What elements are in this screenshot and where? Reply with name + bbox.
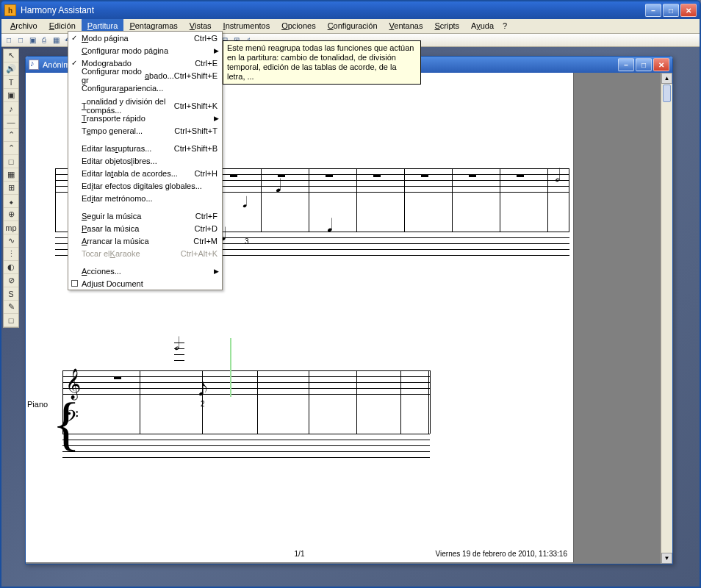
menu-ventanas[interactable]: Ventanas bbox=[384, 19, 429, 33]
vertical-scrollbar[interactable]: ▲ ▼ bbox=[661, 73, 672, 564]
toolbar-button-2[interactable]: ▣ bbox=[26, 35, 38, 46]
titlebar[interactable]: h Harmony Assistant – □ ✕ bbox=[1, 1, 700, 19]
menuitem-pasar-la-m-sica[interactable]: Pasar la músicaCtrl+D bbox=[68, 222, 222, 234]
treble-staff-2 bbox=[62, 370, 430, 394]
palette-button-15[interactable]: ⋮ bbox=[4, 248, 18, 261]
palette-button-2[interactable]: T bbox=[4, 76, 18, 89]
tool-palette: ↖🔊T▣♪—⌃⌃□▦⊞⬥⊕mp∿⋮◐⊘S✎□ bbox=[3, 49, 19, 328]
menuitem-configurar-apariencia[interactable]: Configurar apariencia... bbox=[68, 82, 222, 94]
menu-separator bbox=[70, 139, 220, 140]
tuplet-number: 2 bbox=[201, 400, 205, 408]
palette-button-16[interactable]: ◐ bbox=[4, 261, 18, 274]
music-doc-icon bbox=[29, 60, 39, 70]
playback-cursor bbox=[230, 338, 231, 397]
menuitem-editar-efectos-digitales-globales[interactable]: Editar efectos digitales globales... bbox=[68, 179, 222, 192]
rest-icon bbox=[469, 174, 476, 177]
palette-button-12[interactable]: ⊕ bbox=[4, 208, 18, 221]
palette-button-4[interactable]: ♪ bbox=[4, 102, 18, 115]
shortcut-label: Ctrl+F bbox=[195, 212, 218, 220]
palette-button-19[interactable]: ✎ bbox=[4, 301, 18, 314]
page-footer: 1/1 Viernes 19 de febrero de 2010, 11:33… bbox=[26, 550, 573, 560]
staff-system-2: Piano { 𝄞 bbox=[62, 370, 430, 417]
toolbar-button-4[interactable]: ▦ bbox=[50, 35, 62, 46]
palette-button-0[interactable]: ↖ bbox=[4, 49, 18, 62]
palette-button-17[interactable]: ⊘ bbox=[4, 274, 18, 287]
ledger-line bbox=[174, 343, 184, 343]
window-buttons: – □ ✕ bbox=[645, 4, 697, 17]
menu-scripts[interactable]: Scripts bbox=[428, 19, 465, 33]
checkbox-icon bbox=[71, 280, 78, 287]
rest-icon bbox=[230, 174, 237, 177]
rest-icon bbox=[114, 376, 121, 379]
shortcut-label: Ctrl+Shift+E bbox=[174, 71, 218, 80]
menuitem-editar-la-tabla-de-acordes[interactable]: Editar la tabla de acordes...Ctrl+H bbox=[68, 167, 222, 179]
menu-archivo[interactable]: Archivo bbox=[4, 19, 43, 33]
shortcut-label: Ctrl+Alt+K bbox=[181, 249, 218, 258]
toolbar-button-0[interactable]: □ bbox=[3, 35, 15, 46]
palette-button-11[interactable]: ⬥ bbox=[4, 195, 18, 208]
menu-opciones[interactable]: Opciones bbox=[276, 19, 321, 33]
maximize-button[interactable]: □ bbox=[663, 4, 679, 17]
menuitem-editar-objetos-libres[interactable]: Editar objetos libres... bbox=[68, 154, 222, 167]
menu-?[interactable]: ? bbox=[500, 19, 510, 33]
menuitem-seguir-la-m-sica[interactable]: Seguir la músicaCtrl+F bbox=[68, 209, 222, 222]
ledger-line bbox=[174, 360, 184, 361]
doc-maximize-button[interactable]: □ bbox=[636, 58, 652, 71]
submenu-arrow-icon: ▶ bbox=[214, 47, 219, 54]
minimize-button[interactable]: – bbox=[645, 4, 661, 17]
menuitem-acciones[interactable]: Acciones...▶ bbox=[68, 265, 222, 277]
menuitem-configurar-modo-p-gina[interactable]: Configurar modo página▶ bbox=[68, 44, 222, 57]
app-icon: h bbox=[4, 4, 16, 16]
close-button[interactable]: ✕ bbox=[680, 4, 697, 17]
shortcut-label: Ctrl+D bbox=[195, 224, 218, 233]
doc-close-button[interactable]: ✕ bbox=[653, 58, 669, 71]
instrument-label: Piano bbox=[27, 400, 48, 409]
palette-button-5[interactable]: — bbox=[4, 115, 18, 129]
shortcut-label: Ctrl+Shift+B bbox=[174, 144, 218, 153]
menuitem-modo-p-gina[interactable]: ✓Modo páginaCtrl+G bbox=[68, 32, 222, 44]
shortcut-label: Ctrl+H bbox=[195, 169, 218, 178]
palette-button-18[interactable]: S bbox=[4, 287, 18, 301]
rest-icon bbox=[326, 174, 333, 177]
palette-button-3[interactable]: ▣ bbox=[4, 89, 18, 102]
menuitem-editar-las-rupturas[interactable]: Editar las rupturas...Ctrl+Shift+B bbox=[68, 142, 222, 154]
menu-ayuda[interactable]: Ayuda bbox=[465, 19, 500, 33]
menuitem-adjust-document[interactable]: Adjust Document bbox=[68, 277, 222, 290]
menuitem-tonalidad-y-divisi-n-del-comp-s[interactable]: Tonalidad y división del compás...Ctrl+S… bbox=[68, 99, 222, 112]
scroll-down-button[interactable]: ▼ bbox=[661, 553, 672, 564]
shortcut-label: Ctrl+G bbox=[194, 34, 218, 43]
shortcut-label: Ctrl+Shift+T bbox=[174, 126, 218, 135]
menu-configuración[interactable]: Configuración bbox=[322, 19, 384, 33]
scroll-up-button[interactable]: ▲ bbox=[661, 73, 672, 84]
menuitem-configurar-modo-grabado[interactable]: Configurar modo grabado...Ctrl+Shift+E bbox=[68, 69, 222, 82]
rest-icon bbox=[421, 174, 428, 177]
doc-minimize-button[interactable]: – bbox=[618, 58, 634, 71]
palette-button-1[interactable]: 🔊 bbox=[4, 62, 18, 76]
menu-instrumentos[interactable]: Instrumentos bbox=[218, 19, 276, 33]
menuitem-arrancar-la-m-sica[interactable]: Arrancar la músicaCtrl+M bbox=[68, 234, 222, 247]
palette-button-20[interactable]: □ bbox=[4, 314, 18, 327]
palette-button-9[interactable]: ▦ bbox=[4, 168, 18, 182]
check-icon: ✓ bbox=[71, 34, 77, 42]
toolbar-button-1[interactable]: □ bbox=[15, 35, 26, 46]
app-title: Harmony Assistant bbox=[21, 5, 645, 15]
shortcut-label: Ctrl+E bbox=[195, 59, 218, 68]
toolbar-button-3[interactable]: ⎙ bbox=[38, 35, 50, 46]
shortcut-label: Ctrl+Shift+K bbox=[174, 101, 218, 110]
scroll-thumb[interactable] bbox=[663, 85, 671, 102]
menuitem-tempo-general[interactable]: Tempo general...Ctrl+Shift+T bbox=[68, 124, 222, 137]
palette-button-13[interactable]: mp bbox=[4, 221, 18, 234]
rest-icon bbox=[278, 174, 285, 177]
ledger-line bbox=[174, 354, 184, 355]
menuitem-editar-metr-nomo[interactable]: Editar metrónomo... bbox=[68, 192, 222, 204]
palette-button-7[interactable]: ⌃ bbox=[4, 142, 18, 155]
palette-button-6[interactable]: ⌃ bbox=[4, 129, 18, 142]
palette-button-14[interactable]: ∿ bbox=[4, 234, 18, 248]
tuplet-number: 3 bbox=[245, 237, 249, 245]
menu-separator bbox=[70, 262, 220, 262]
palette-button-10[interactable]: ⊞ bbox=[4, 182, 18, 195]
submenu-arrow-icon: ▶ bbox=[214, 268, 219, 275]
palette-button-8[interactable]: □ bbox=[4, 155, 18, 168]
menuitem-transporte-r-pido[interactable]: Transporte rápido▶ bbox=[68, 112, 222, 124]
bass-staff-2 bbox=[62, 434, 430, 457]
